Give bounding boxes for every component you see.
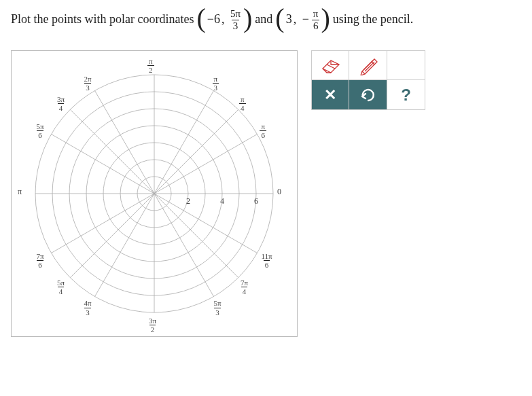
undo-button[interactable] xyxy=(349,80,387,110)
help-button[interactable]: ? xyxy=(387,80,425,110)
svg-line-21 xyxy=(154,194,238,278)
question-between: and xyxy=(255,11,272,28)
svg-line-18 xyxy=(95,194,155,297)
angle-label: π6 xyxy=(260,122,266,139)
polar-plot[interactable]: 0π6π4π3π22π33π45π6π7π65π44π33π25π37π411π… xyxy=(11,50,298,337)
svg-line-10 xyxy=(154,90,214,194)
coord-1: ( −6, 5π 3 ) xyxy=(196,8,252,31)
polar-grid-svg xyxy=(12,51,297,336)
angle-label: 5π3 xyxy=(213,299,223,316)
help-icon: ? xyxy=(401,86,411,105)
undo-icon xyxy=(359,88,377,102)
radial-label: 2 xyxy=(186,196,190,206)
svg-line-12 xyxy=(95,90,155,194)
svg-line-20 xyxy=(154,194,214,297)
svg-line-9 xyxy=(154,109,238,194)
question-text: Plot the points with polar coordinates (… xyxy=(11,8,521,31)
clear-button[interactable]: ✕ xyxy=(311,80,349,110)
blank-tool-button[interactable] xyxy=(387,50,425,80)
pencil-button[interactable] xyxy=(349,50,387,80)
pencil-icon xyxy=(358,55,378,75)
svg-line-17 xyxy=(70,194,154,278)
angle-label: 7π4 xyxy=(239,278,249,295)
svg-line-16 xyxy=(51,194,154,253)
angle-label: 5π4 xyxy=(56,278,66,295)
svg-line-8 xyxy=(154,134,258,194)
angle-label: 5π6 xyxy=(35,122,46,139)
angle-label: 3π4 xyxy=(56,95,66,112)
eraser-button[interactable] xyxy=(311,50,349,80)
question-suffix: using the pencil. xyxy=(333,11,413,28)
coord-2: ( 3, − π 6 ) xyxy=(275,8,330,31)
eraser-icon xyxy=(319,56,342,74)
angle-label: 4π3 xyxy=(83,299,93,316)
angle-label: 11π6 xyxy=(260,252,273,269)
radial-label: 6 xyxy=(254,196,258,206)
radial-label: 4 xyxy=(220,196,224,206)
angle-label: 3π2 xyxy=(147,317,158,334)
angle-label: 7π6 xyxy=(35,252,46,269)
close-icon: ✕ xyxy=(324,86,336,104)
angle-label: 0 xyxy=(277,187,281,197)
question-prefix: Plot the points with polar coordinates xyxy=(11,11,194,28)
svg-line-22 xyxy=(154,194,258,253)
svg-line-14 xyxy=(51,134,154,194)
angle-label: π4 xyxy=(239,95,246,112)
angle-label: π3 xyxy=(213,75,219,92)
svg-line-13 xyxy=(70,109,154,194)
toolbar: ✕ ? xyxy=(311,50,425,110)
angle-label: 2π3 xyxy=(83,75,93,92)
angle-label: π2 xyxy=(147,57,154,74)
angle-label: π xyxy=(18,187,22,197)
